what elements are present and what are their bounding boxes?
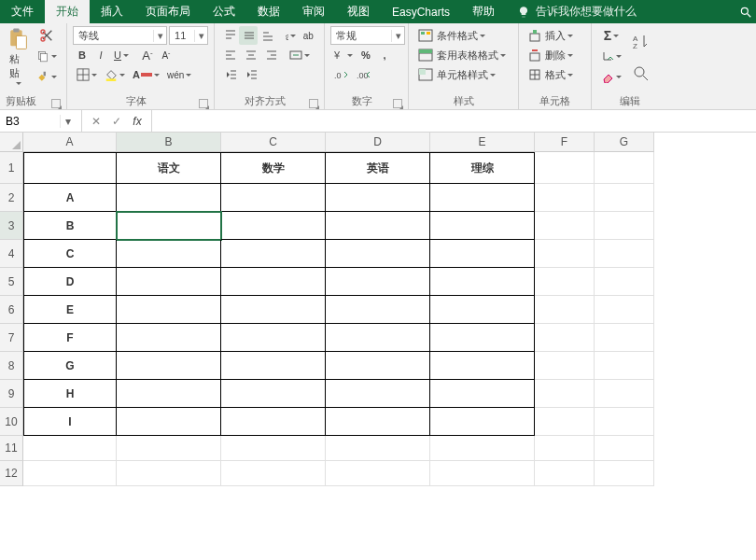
format-painter-button[interactable] bbox=[33, 67, 61, 86]
tab-view[interactable]: 视图 bbox=[336, 0, 381, 23]
cell-C11[interactable] bbox=[221, 436, 326, 461]
cell-B2[interactable] bbox=[117, 184, 221, 212]
cell-D7[interactable] bbox=[326, 324, 430, 352]
cell-D2[interactable] bbox=[326, 184, 430, 212]
cell-E5[interactable] bbox=[430, 268, 535, 296]
paste-button[interactable]: 粘贴 bbox=[6, 26, 29, 86]
cell-F9[interactable] bbox=[535, 380, 595, 408]
cell-D3[interactable] bbox=[326, 212, 430, 240]
clipboard-dialog-launcher[interactable] bbox=[51, 99, 61, 108]
tab-insert[interactable]: 插入 bbox=[90, 0, 134, 23]
cell-F11[interactable] bbox=[535, 436, 595, 461]
cell-B10[interactable] bbox=[117, 408, 221, 436]
cell-G6[interactable] bbox=[595, 296, 654, 324]
cell-G12[interactable] bbox=[595, 461, 654, 486]
cell-A4[interactable]: C bbox=[23, 240, 117, 268]
cell-B8[interactable] bbox=[117, 352, 221, 380]
cell-F1[interactable] bbox=[535, 152, 595, 184]
cell-C2[interactable] bbox=[221, 184, 326, 212]
cell-F2[interactable] bbox=[535, 184, 595, 212]
wrap-text-button[interactable]: ab bbox=[300, 26, 318, 45]
cell-E9[interactable] bbox=[430, 380, 535, 408]
cell-B1[interactable]: 语文 bbox=[117, 152, 221, 184]
fill-color-button[interactable] bbox=[101, 65, 129, 84]
cell-A5[interactable]: D bbox=[23, 268, 117, 296]
cell-A12[interactable] bbox=[23, 461, 117, 486]
font-color-button[interactable]: A bbox=[129, 65, 163, 84]
align-middle-button[interactable] bbox=[239, 26, 258, 45]
italic-button[interactable]: I bbox=[91, 46, 110, 64]
cell-F8[interactable] bbox=[535, 352, 595, 380]
clear-button[interactable] bbox=[597, 67, 625, 86]
format-as-table-button[interactable]: 套用表格格式 bbox=[414, 46, 515, 64]
cut-button[interactable] bbox=[33, 26, 61, 45]
cell-C7[interactable] bbox=[221, 324, 326, 352]
cell-C12[interactable] bbox=[221, 461, 326, 486]
row-header-11[interactable]: 11 bbox=[0, 436, 23, 461]
row-header-9[interactable]: 9 bbox=[0, 380, 23, 408]
increase-font-button[interactable]: Aˆ bbox=[138, 46, 157, 64]
tab-page-layout[interactable]: 页面布局 bbox=[134, 0, 202, 23]
tab-easycharts[interactable]: EasyCharts bbox=[381, 0, 461, 23]
cell-G7[interactable] bbox=[595, 324, 654, 352]
col-header-E[interactable]: E bbox=[430, 133, 535, 152]
cell-B12[interactable] bbox=[117, 461, 221, 486]
conditional-format-button[interactable]: 条件格式 bbox=[414, 26, 515, 45]
cell-E10[interactable] bbox=[430, 408, 535, 436]
row-header-12[interactable]: 12 bbox=[0, 461, 23, 486]
cell-F5[interactable] bbox=[535, 268, 595, 296]
cell-E11[interactable] bbox=[430, 436, 535, 461]
cell-A9[interactable]: H bbox=[23, 380, 117, 408]
row-header-2[interactable]: 2 bbox=[0, 184, 23, 212]
decrease-decimal-button[interactable]: .00 bbox=[353, 65, 375, 84]
align-dialog-launcher[interactable] bbox=[309, 99, 318, 108]
cell-D4[interactable] bbox=[326, 240, 430, 268]
cell-E12[interactable] bbox=[430, 461, 535, 486]
percent-button[interactable]: % bbox=[357, 46, 375, 64]
cell-C6[interactable] bbox=[221, 296, 326, 324]
cell-F4[interactable] bbox=[535, 240, 595, 268]
number-format-select[interactable]: 常规▾ bbox=[330, 26, 405, 45]
col-header-D[interactable]: D bbox=[326, 133, 430, 152]
align-right-button[interactable] bbox=[261, 46, 282, 64]
insert-cells-button[interactable]: 插入 bbox=[525, 26, 588, 45]
underline-button[interactable]: U bbox=[110, 46, 133, 64]
cell-E6[interactable] bbox=[430, 296, 535, 324]
cell-D12[interactable] bbox=[326, 461, 430, 486]
cell-G3[interactable] bbox=[595, 212, 654, 240]
cell-E2[interactable] bbox=[430, 184, 535, 212]
cell-G10[interactable] bbox=[595, 408, 654, 436]
tab-data[interactable]: 数据 bbox=[246, 0, 291, 23]
select-all-corner[interactable] bbox=[0, 133, 23, 152]
cell-B3[interactable] bbox=[117, 212, 221, 240]
align-bottom-button[interactable] bbox=[258, 26, 276, 45]
row-header-6[interactable]: 6 bbox=[0, 296, 23, 324]
cell-D8[interactable] bbox=[326, 352, 430, 380]
orientation-button[interactable]: ab bbox=[279, 26, 300, 45]
cell-F12[interactable] bbox=[535, 461, 595, 486]
cancel-formula-button[interactable]: ✕ bbox=[86, 115, 106, 128]
confirm-formula-button[interactable]: ✓ bbox=[106, 115, 127, 128]
name-box-dropdown[interactable]: ▾ bbox=[60, 115, 75, 128]
indent-increase-button[interactable] bbox=[241, 65, 261, 84]
font-dialog-launcher[interactable] bbox=[199, 99, 208, 108]
tab-formulas[interactable]: 公式 bbox=[202, 0, 246, 23]
currency-button[interactable]: ¥ bbox=[330, 46, 357, 64]
col-header-A[interactable]: A bbox=[23, 133, 117, 152]
col-header-G[interactable]: G bbox=[595, 133, 654, 152]
cell-B11[interactable] bbox=[117, 436, 221, 461]
formula-input[interactable] bbox=[152, 110, 756, 132]
cell-C10[interactable] bbox=[221, 408, 326, 436]
cell-G11[interactable] bbox=[595, 436, 654, 461]
bold-button[interactable]: B bbox=[73, 46, 91, 64]
comma-button[interactable]: , bbox=[375, 46, 394, 64]
cell-A3[interactable]: B bbox=[23, 212, 117, 240]
row-header-8[interactable]: 8 bbox=[0, 352, 23, 380]
cell-A8[interactable]: G bbox=[23, 352, 117, 380]
cell-C9[interactable] bbox=[221, 380, 326, 408]
search-icon[interactable] bbox=[735, 0, 756, 23]
cell-E4[interactable] bbox=[430, 240, 535, 268]
cell-G8[interactable] bbox=[595, 352, 654, 380]
align-center-button[interactable] bbox=[241, 46, 261, 64]
cell-G2[interactable] bbox=[595, 184, 654, 212]
